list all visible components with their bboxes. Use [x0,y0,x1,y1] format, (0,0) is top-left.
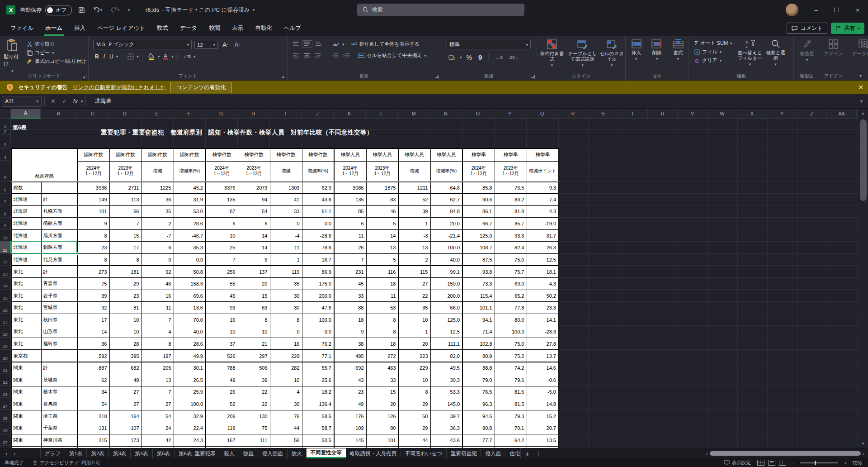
value-cell[interactable]: 28 [109,338,142,350]
value-cell[interactable]: 113 [109,194,142,206]
region-cell[interactable]: 北海道 [11,218,41,230]
value-cell[interactable]: 30 [270,290,302,302]
value-cell[interactable]: 197 [142,350,174,362]
value-cell[interactable]: 27 [109,386,142,398]
value-cell[interactable]: 70.0 [174,314,206,326]
row-header-9[interactable]: 9 [0,217,11,229]
value-cell[interactable]: 13.5 [527,434,559,446]
value-cell[interactable]: 256 [206,266,238,278]
bold-button[interactable]: B [93,52,101,61]
prev-sheet-icon[interactable]: ‹ [5,450,7,457]
page-break-view-button[interactable] [779,460,786,466]
value-cell[interactable]: 74.2 [495,362,527,374]
column-header-I[interactable]: I [269,109,302,119]
value-cell[interactable]: -7 [142,229,174,242]
value-cell[interactable]: 26.3 [527,242,559,254]
fill-color-dropdown-icon[interactable]: ▾ [158,54,160,59]
region-cell[interactable]: 東北 [11,290,41,302]
value-cell[interactable]: 6 [334,218,366,230]
value-cell[interactable]: 50.5 [302,434,334,446]
value-cell[interactable]: 23 [109,290,142,302]
value-cell[interactable]: 4 [270,386,302,398]
value-cell[interactable]: 94.1 [462,314,495,326]
underline-dropdown-icon[interactable]: ▾ [116,54,118,59]
value-cell[interactable]: 86.1 [462,205,495,218]
value-cell[interactable]: 31.7 [527,229,559,242]
name-box[interactable]: A11▾ [2,96,42,107]
value-cell[interactable]: 4.3 [527,278,559,290]
value-cell[interactable]: 29 [398,422,430,434]
value-cell[interactable]: 27 [109,398,142,410]
value-cell[interactable]: 11 [334,229,366,242]
sheet-tab-強盗[interactable]: 強盗 [239,448,258,458]
value-cell[interactable]: 38 [334,338,366,350]
sensitivity-button[interactable]: 秘密度▾ [794,36,820,62]
value-cell[interactable]: 75.0 [495,338,527,350]
orientation-dropdown-icon[interactable]: ▾ [342,42,344,47]
value-cell[interactable]: 39 [238,374,270,386]
value-cell[interactable]: 14 [238,242,270,254]
addins-button[interactable]: アドイン [820,36,847,56]
header-sub-cell[interactable]: 増減率(%) [430,161,462,181]
horizontal-scrollbar[interactable]: ‹ › [706,450,864,457]
value-cell[interactable]: 36 [77,338,109,350]
header-group-cell[interactable]: 検挙件数 [270,148,302,161]
value-cell[interactable]: -0.6 [527,374,559,386]
value-cell[interactable]: 119 [270,266,302,278]
value-cell[interactable]: 8 [77,254,109,266]
value-cell[interactable]: 1303 [270,181,302,194]
display-settings-button[interactable]: 表示設定 [719,460,755,466]
value-cell[interactable]: 27 [142,398,174,410]
value-cell[interactable]: 75.2 [495,350,527,362]
value-cell[interactable]: 4.3 [527,205,559,218]
value-cell[interactable]: 45.2 [174,181,206,194]
value-cell[interactable]: 1 [270,254,302,266]
value-cell[interactable]: 49 [206,374,238,386]
value-cell[interactable]: 1875 [366,181,398,194]
row-header-18[interactable]: 18 [0,325,11,338]
column-header-A[interactable]: A [11,109,41,119]
value-cell[interactable]: 16 [142,290,174,302]
area-cell[interactable]: 群馬県 [41,398,77,410]
empty-cell[interactable] [430,446,462,448]
column-header-B[interactable]: B [41,109,77,119]
row-header-4[interactable]: 4 [0,148,11,161]
value-cell[interactable]: 8 [270,314,302,326]
maximize-button[interactable] [826,0,847,20]
search-input[interactable]: 検索 [357,4,524,16]
value-cell[interactable]: 36 [142,194,174,206]
value-cell[interactable]: 8 [366,326,398,338]
region-cell[interactable]: 北海道 [11,205,41,218]
sheet-tab-殺人[interactable]: 殺人 [220,448,239,458]
value-cell[interactable]: 23 [334,386,366,398]
value-cell[interactable]: 87.5 [462,254,495,266]
column-header-V[interactable]: V [678,109,708,119]
zoom-slider[interactable] [800,462,838,463]
value-cell[interactable]: 36.3 [430,422,462,434]
font-name-select[interactable]: ＭＳ Ｐゴシック▾ [93,40,192,49]
sheet-options-kebab-icon[interactable]: ⋮ [536,450,542,457]
value-cell[interactable]: 54 [142,410,174,422]
value-cell[interactable]: 25 [206,242,238,254]
value-cell[interactable]: 83.2 [495,194,527,206]
value-cell[interactable]: 2 [142,218,174,230]
value-cell[interactable]: 11 [142,302,174,314]
value-cell[interactable]: 76.5 [495,181,527,194]
value-cell[interactable]: 30.3 [430,374,462,386]
value-cell[interactable]: 592 [77,350,109,362]
header-sub-cell[interactable]: 2024年 1～12月 [77,161,109,181]
area-cell[interactable]: 札幌方面 [41,205,77,218]
ribbon-tab-ファイル[interactable]: ファイル [5,21,39,36]
value-cell[interactable]: 64.2 [495,434,527,446]
area-cell[interactable]: 旭川方面 [41,229,77,242]
column-header-G[interactable]: G [205,109,237,119]
region-cell[interactable]: 東北 [11,326,41,338]
insert-function-icon[interactable]: fx [70,98,81,105]
value-cell[interactable]: 20 [398,338,430,350]
value-cell[interactable]: 92 [77,302,109,314]
value-cell[interactable]: 176 [334,410,366,422]
value-cell[interactable]: 14.6 [527,362,559,374]
value-cell[interactable]: 150.0 [430,278,462,290]
value-cell[interactable]: 94 [238,194,270,206]
value-cell[interactable]: 158.6 [174,278,206,290]
